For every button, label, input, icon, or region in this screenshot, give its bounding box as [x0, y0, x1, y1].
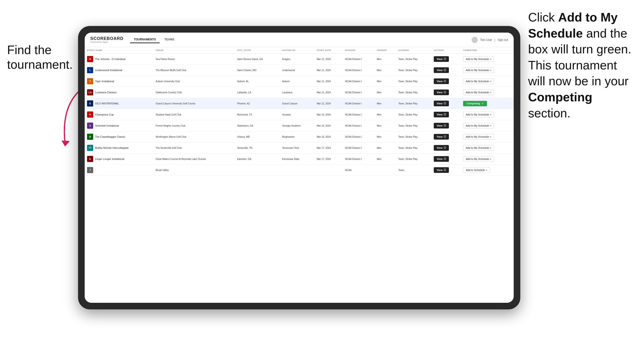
- date-cell: Mar 11, 2024: [314, 87, 343, 98]
- header-right: Test User | Sign out: [472, 37, 508, 43]
- scoring-cell: Team,: [396, 165, 432, 176]
- view-button[interactable]: View ⓘ: [434, 145, 449, 151]
- tablet-screen: SCOREBOARD Powered by clippd TOURNAMENTS…: [85, 33, 514, 303]
- tab-tournaments[interactable]: TOURNAMENTS: [130, 36, 160, 43]
- city-cell: Statesboro, GA: [235, 120, 280, 131]
- event-cell: B The Carpetbagger Classic: [85, 131, 153, 142]
- competing-cell: Add to My Schedule +: [461, 76, 514, 87]
- event-name: Linger Longer Invitational: [95, 158, 124, 160]
- add-to-schedule-button[interactable]: Add to My Schedule +: [463, 112, 494, 117]
- competing-cell: Add to Schedule +: [461, 165, 514, 176]
- date-cell: Mar 16, 2024: [314, 131, 343, 142]
- col-hosted-by: HOSTED BY: [280, 47, 314, 54]
- table-row: G GCU INVITATIONAL Grand Canyon Universi…: [85, 98, 514, 109]
- signout-link[interactable]: Sign out: [498, 38, 508, 42]
- event-cell: H Champions Cup: [85, 109, 153, 120]
- date-cell: Mar 11, 2024: [314, 76, 343, 87]
- col-division: DIVISION: [343, 47, 374, 54]
- add-to-schedule-button[interactable]: Add to My Schedule +: [463, 67, 494, 73]
- event-name: Louisiana Classics: [95, 91, 116, 94]
- competing-cell: Competing ✓: [461, 98, 514, 109]
- competing-cell: Add to My Schedule +: [461, 65, 514, 76]
- venue-cell: Sea Palms Resort: [153, 54, 234, 65]
- competing-cell: Add to My Schedule +: [461, 131, 514, 142]
- view-button[interactable]: View ⓘ: [434, 78, 449, 84]
- date-cell: Mar 11, 2024: [314, 65, 343, 76]
- actions-cell: View ⓘ: [432, 142, 461, 154]
- team-logo: R: [87, 56, 93, 62]
- city-cell: Phoenix, AZ: [235, 98, 280, 109]
- view-icon: ⓘ: [444, 91, 446, 94]
- plus-icon: +: [490, 113, 492, 116]
- event-cell: L Lindenwood Invitational: [85, 65, 153, 76]
- gender-cell: Men: [374, 54, 396, 65]
- annotation-right: Click Add to My Schedule and the box wil…: [528, 9, 637, 121]
- divider: |: [494, 38, 495, 42]
- tab-teams[interactable]: TEAMS: [160, 36, 178, 43]
- event-name: Bobby Nichols Intercollegiate: [95, 147, 129, 149]
- city-cell: Saint Charles, MO: [235, 65, 280, 76]
- annotation-right-text: Click Add to My Schedule and the box wil…: [528, 10, 631, 120]
- view-button[interactable]: View ⓘ: [434, 56, 449, 62]
- table-row: B The Carpetbagger Classic Worthington M…: [85, 131, 514, 142]
- add-label: Add to My Schedule: [466, 80, 489, 83]
- division-cell: NCAA Division I: [343, 109, 374, 120]
- gender-cell: Men: [374, 120, 396, 131]
- add-label: Add to My Schedule: [466, 135, 489, 138]
- add-to-schedule-button[interactable]: Add to My Schedule +: [463, 145, 494, 151]
- competing-label: Competing: [466, 102, 480, 105]
- hosted-by-cell: Auburn: [280, 76, 314, 87]
- view-button[interactable]: View ⓘ: [434, 101, 449, 106]
- scoring-cell: Team, Stroke Play: [396, 142, 432, 154]
- add-to-schedule-button[interactable]: Add to My Schedule +: [463, 56, 494, 62]
- actions-cell: View ⓘ: [432, 87, 461, 98]
- app-header: SCOREBOARD Powered by clippd TOURNAMENTS…: [85, 33, 514, 47]
- table-row: TT Bobby Nichols Intercollegiate The Sev…: [85, 142, 514, 154]
- event-name: Champions Cup: [95, 113, 114, 116]
- event-cell: R The Johnnie - O Individual: [85, 54, 153, 65]
- view-icon: ⓘ: [444, 80, 446, 83]
- view-button[interactable]: View ⓘ: [434, 67, 449, 73]
- add-label: Add to My Schedule: [466, 158, 489, 160]
- gender-cell: Men: [374, 154, 396, 165]
- team-logo: TT: [87, 145, 93, 151]
- city-cell: Sevierville, TN: [235, 142, 280, 154]
- col-scoring: SCORING: [396, 47, 432, 54]
- venue-cell: Worthington Manor Golf Club: [153, 131, 234, 142]
- competing-cell: Add to My Schedule +: [461, 54, 514, 65]
- scoring-cell: Team, Stroke Play: [396, 87, 432, 98]
- date-cell: [314, 165, 343, 176]
- view-button[interactable]: View ⓘ: [434, 90, 449, 95]
- city-cell: Lafayette, LA: [235, 87, 280, 98]
- table-row: ? Brook ValleyNCAATeam, View ⓘ Add to Sc…: [85, 165, 514, 176]
- logo-area: SCOREBOARD Powered by clippd: [90, 36, 124, 43]
- add-to-schedule-button[interactable]: Add to My Schedule +: [463, 156, 494, 162]
- view-icon: ⓘ: [444, 169, 446, 172]
- view-icon: ⓘ: [444, 124, 446, 127]
- table-row: L Lindenwood Invitational The Missouri B…: [85, 65, 514, 76]
- add-to-schedule-button[interactable]: Add to My Schedule +: [463, 123, 494, 129]
- team-logo: T: [87, 78, 93, 84]
- view-button[interactable]: View ⓘ: [434, 123, 449, 129]
- competing-button[interactable]: Competing ✓: [463, 101, 487, 106]
- add-to-schedule-button[interactable]: Add to My Schedule +: [463, 78, 494, 84]
- table-row: H Champions Cup Shadow Hawk Golf ClubRic…: [85, 109, 514, 120]
- add-label: Add to My Schedule: [466, 91, 489, 94]
- division-cell: NCAA Division I: [343, 54, 374, 65]
- col-start-date: START DATE: [314, 47, 343, 54]
- team-logo: B: [87, 134, 93, 140]
- view-button[interactable]: View ⓘ: [434, 156, 449, 162]
- actions-cell: View ⓘ: [432, 131, 461, 142]
- add-to-schedule-button[interactable]: Add to My Schedule +: [463, 90, 494, 95]
- table-body: R The Johnnie - O Individual Sea Palms R…: [85, 54, 514, 176]
- event-name: GCU INVITATIONAL: [95, 102, 119, 105]
- view-button[interactable]: View ⓘ: [434, 134, 449, 140]
- add-to-schedule-button[interactable]: Add to My Schedule +: [463, 134, 494, 140]
- table-header-row: EVENT NAME VENUE CITY, STATE HOSTED BY S…: [85, 47, 514, 54]
- plus-icon: +: [490, 135, 492, 138]
- view-button[interactable]: View ⓘ: [434, 167, 449, 173]
- add-label: Add to Schedule: [466, 169, 485, 172]
- event-name: Lindenwood Invitational: [95, 69, 122, 72]
- add-to-schedule-button[interactable]: Add to Schedule +: [463, 167, 490, 173]
- view-button[interactable]: View ⓘ: [434, 112, 449, 117]
